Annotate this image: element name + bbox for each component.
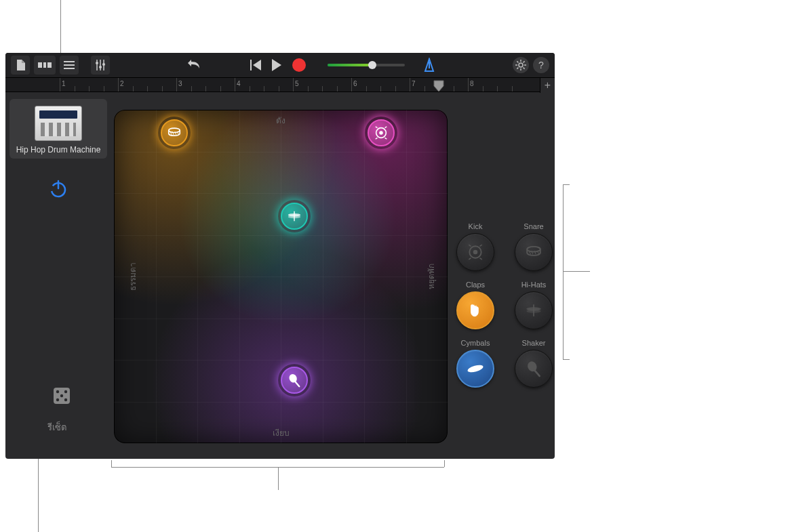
preset-image <box>35 106 82 141</box>
svg-point-31 <box>56 390 59 393</box>
kit-hihats: Hi-Hats <box>511 281 555 329</box>
svg-rect-1 <box>43 62 46 68</box>
ruler-number: 1 <box>62 80 66 87</box>
ruler-number: 6 <box>353 80 357 87</box>
kit-button-shaker[interactable] <box>515 350 553 388</box>
settings-button[interactable] <box>513 57 529 73</box>
svg-point-9 <box>519 63 523 67</box>
svg-point-18 <box>288 373 298 384</box>
ruler-tick <box>60 78 60 91</box>
ruler-tick <box>235 78 235 91</box>
kit-button-hihats[interactable] <box>515 291 553 329</box>
kit-label: Hi-Hats <box>521 281 547 289</box>
kit-button-cymbals[interactable] <box>456 350 494 388</box>
preset-tile[interactable]: Hip Hop Drum Machine <box>9 99 107 159</box>
ruler-tick <box>293 78 294 91</box>
ruler-tick <box>176 78 177 91</box>
svg-point-35 <box>64 398 67 401</box>
svg-point-14 <box>379 131 383 136</box>
svg-point-27 <box>474 367 476 369</box>
kit-kick: Kick <box>453 222 498 271</box>
puck-kick[interactable] <box>365 117 397 149</box>
undo-button[interactable] <box>186 58 201 73</box>
svg-rect-5 <box>64 68 75 69</box>
svg-point-7 <box>99 66 102 68</box>
callout-tick <box>563 359 570 360</box>
ruler-number: 7 <box>412 80 416 87</box>
puck-hihat[interactable] <box>278 200 311 232</box>
svg-rect-2 <box>47 62 52 68</box>
ruler-number: 8 <box>470 80 474 87</box>
volume-fill <box>328 64 372 66</box>
power-button[interactable] <box>47 178 69 199</box>
svg-line-19 <box>295 381 299 386</box>
kit-button-claps[interactable] <box>456 291 494 329</box>
callout-line-kits-v <box>563 184 564 359</box>
preset-name: Hip Hop Drum Machine <box>14 145 103 155</box>
kit-label: Cymbals <box>461 339 490 347</box>
volume-slider[interactable] <box>328 64 405 66</box>
reset-label[interactable]: รีเซ็ต <box>47 420 66 434</box>
record-button[interactable] <box>292 58 306 72</box>
kit-claps: Claps <box>453 281 498 329</box>
puck-snare[interactable] <box>158 117 191 149</box>
svg-line-29 <box>534 370 540 376</box>
randomize-button[interactable] <box>53 387 71 405</box>
xy-performance-pad[interactable]: ดัง เงียบ ธรรมดา หยุดพัก <box>114 110 448 443</box>
callout-line-pad-v <box>278 467 279 490</box>
kit-label: Kick <box>469 222 483 230</box>
mixer-button[interactable] <box>91 56 110 75</box>
svg-rect-4 <box>64 64 75 66</box>
puck-shaker[interactable] <box>278 364 311 396</box>
main-body: Hip Hop Drum Machine ดัง เงียบ ธรรมดา หย… <box>5 92 555 459</box>
callout-line-kits-h <box>563 271 590 272</box>
volume-knob[interactable] <box>368 61 376 69</box>
toolbar: ? <box>5 53 555 77</box>
svg-point-6 <box>96 62 98 64</box>
kit-label: Claps <box>466 281 485 289</box>
svg-point-34 <box>56 398 59 401</box>
callout-tick <box>563 184 570 185</box>
transport-controls <box>186 58 306 73</box>
kit-label: Shaker <box>522 339 546 347</box>
view-mode-button[interactable] <box>34 56 56 75</box>
svg-point-8 <box>102 63 105 66</box>
kit-cymbals: Cymbals <box>453 339 498 388</box>
go-to-start-button[interactable] <box>250 60 261 70</box>
new-project-button[interactable] <box>11 56 30 75</box>
app-window: ? + 12345678 Hip Hop Drum Machine ดัง เง… <box>5 53 555 459</box>
svg-point-28 <box>526 360 538 373</box>
callout-tick <box>111 460 112 467</box>
svg-point-21 <box>473 250 478 255</box>
ruler-number: 3 <box>178 80 182 87</box>
kit-selector-grid: KickSnareClapsHi-HatsCymbalsShaker <box>453 222 555 388</box>
callout-tick <box>444 460 445 467</box>
help-button[interactable]: ? <box>533 57 549 73</box>
kit-button-snare[interactable] <box>515 233 553 271</box>
play-button[interactable] <box>272 59 281 71</box>
svg-rect-0 <box>38 62 42 68</box>
metronome-button[interactable] <box>422 58 436 73</box>
playhead[interactable] <box>433 80 444 92</box>
ruler-number: 5 <box>295 80 299 87</box>
ruler-tick <box>351 78 352 91</box>
timeline-ruler[interactable]: + 12345678 <box>5 77 555 92</box>
add-section-button[interactable]: + <box>540 78 555 93</box>
ruler-tick <box>118 78 119 91</box>
ruler-tick <box>468 78 469 91</box>
kit-button-kick[interactable] <box>456 233 494 271</box>
kit-shaker: Shaker <box>511 339 555 388</box>
svg-point-32 <box>64 390 67 393</box>
svg-point-33 <box>60 394 63 397</box>
kit-snare: Snare <box>511 222 555 271</box>
ruler-number: 4 <box>237 80 241 87</box>
list-view-button[interactable] <box>60 56 79 75</box>
ruler-number: 2 <box>120 80 124 87</box>
kit-label: Snare <box>524 222 543 230</box>
ruler-tick <box>410 78 410 91</box>
svg-rect-3 <box>64 61 75 62</box>
